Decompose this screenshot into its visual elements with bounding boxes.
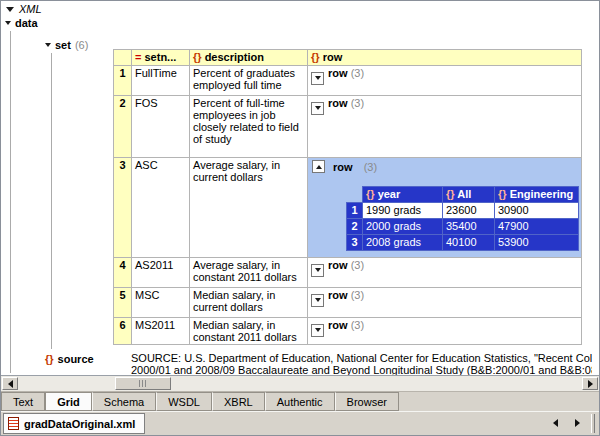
tree-indent-line xyxy=(51,53,52,349)
tab-schema[interactable]: Schema xyxy=(92,392,156,411)
year-column-header[interactable]: {} year xyxy=(363,187,443,203)
nested-row-number[interactable]: 2 xyxy=(347,219,363,235)
row-element-cell[interactable]: row (3) xyxy=(308,96,582,158)
all-cell[interactable]: 35400 xyxy=(443,219,495,235)
nested-row: 1 1990 grads 23600 30900 xyxy=(347,203,579,219)
collapse-arrow-icon[interactable] xyxy=(5,21,11,25)
setname-column-header[interactable]: = setn... xyxy=(132,50,190,66)
data-element-node[interactable]: data xyxy=(5,17,38,29)
year-cell[interactable]: 2008 grads xyxy=(363,235,443,251)
nested-row-number[interactable]: 1 xyxy=(347,203,363,219)
engineering-column-header[interactable]: {} Engineering xyxy=(495,187,579,203)
scroll-right-icon xyxy=(588,380,593,388)
setname-cell[interactable]: MSC xyxy=(132,288,190,318)
set-element-node[interactable]: set (6) xyxy=(45,39,88,51)
expanded-row-header[interactable]: row (3) xyxy=(311,159,578,173)
source-value-cell[interactable]: SOURCE: U.S. Department of Education, Na… xyxy=(131,352,592,375)
tab-bar-splitter[interactable] xyxy=(591,414,595,433)
tab-text[interactable]: Text xyxy=(1,392,45,411)
element-brace-icon: {} xyxy=(498,188,507,200)
engineering-cell[interactable]: 30900 xyxy=(495,203,579,219)
tab-xbrl[interactable]: XBRL xyxy=(212,392,265,411)
file-tab-scroll-right-button[interactable] xyxy=(571,416,583,430)
collapse-arrow-icon[interactable] xyxy=(45,43,51,47)
nested-row-selected: 3 2008 grads 40100 53900 xyxy=(347,235,579,251)
row-number-cell[interactable]: 5 xyxy=(114,288,132,318)
xml-prolog-row[interactable]: XML xyxy=(6,3,42,15)
description-cell[interactable]: Median salary, in constant 2011 dollars xyxy=(190,318,308,345)
scroll-right-icon xyxy=(575,419,580,427)
grid-row: 2 FOS Percent of full-time employees in … xyxy=(114,96,582,158)
nested-header-row: {} year {} All {} Engineering xyxy=(347,187,579,203)
scroll-right-button[interactable] xyxy=(582,377,598,390)
description-cell[interactable]: Median salary, in current dollars xyxy=(190,288,308,318)
row-element-cell-expanded[interactable]: row (3) {} year {} Al xyxy=(308,158,582,258)
file-tab-label: gradDataOriginal.xml xyxy=(24,418,135,430)
grid-row: 1 FullTime Percent of graduates employed… xyxy=(114,66,582,96)
row-number-cell[interactable]: 4 xyxy=(114,258,132,288)
row-number-cell[interactable]: 3 xyxy=(114,158,132,258)
source-element-label: source xyxy=(58,353,94,365)
grid-row: 4 AS2011 Average salary, in constant 201… xyxy=(114,258,582,288)
row-element-cell[interactable]: row (3) xyxy=(308,288,582,318)
scroll-left-icon xyxy=(8,380,13,388)
nested-table-container: {} year {} All {} Engineering xyxy=(346,186,579,251)
expand-row-icon[interactable] xyxy=(311,324,324,337)
setname-cell[interactable]: ASC xyxy=(132,158,190,258)
nested-row-selected: 2 2000 grads 35400 47900 xyxy=(347,219,579,235)
file-tab-graddataoriginal[interactable]: gradDataOriginal.xml xyxy=(3,413,145,434)
file-tab-scroll-left-button[interactable] xyxy=(549,416,561,430)
collapse-arrow-icon[interactable] xyxy=(6,7,14,12)
tab-grid[interactable]: Grid xyxy=(45,392,92,411)
expand-row-icon[interactable] xyxy=(311,294,324,307)
set-child-count: (6) xyxy=(75,39,88,51)
expand-row-icon[interactable] xyxy=(311,264,324,277)
row-element-cell[interactable]: row (3) xyxy=(308,66,582,96)
nested-corner-cell xyxy=(347,187,363,203)
setname-header-label: setn... xyxy=(145,51,177,63)
file-tab-bar: gradDataOriginal.xml xyxy=(1,411,599,435)
nested-row-number[interactable]: 3 xyxy=(347,235,363,251)
description-cell[interactable]: Average salary, in constant 2011 dollars xyxy=(190,258,308,288)
row-number-cell[interactable]: 6 xyxy=(114,318,132,345)
setname-cell[interactable]: MS2011 xyxy=(132,318,190,345)
year-cell[interactable]: 2000 grads xyxy=(363,219,443,235)
row-header-label: row xyxy=(323,51,343,63)
row-number-cell[interactable]: 2 xyxy=(114,96,132,158)
all-cell[interactable]: 40100 xyxy=(443,235,495,251)
scroll-left-icon xyxy=(553,419,558,427)
all-column-header[interactable]: {} All xyxy=(443,187,495,203)
tab-browser[interactable]: Browser xyxy=(335,392,399,411)
xml-prolog-label: XML xyxy=(19,3,42,15)
description-cell[interactable]: Average salary, in current dollars xyxy=(190,158,308,258)
grid-corner-header[interactable] xyxy=(114,50,132,66)
grid-row: 5 MSC Median salary, in current dollars … xyxy=(114,288,582,318)
expand-row-icon[interactable] xyxy=(311,102,324,115)
setname-cell[interactable]: FOS xyxy=(132,96,190,158)
description-cell[interactable]: Percent of full-time employees in job cl… xyxy=(190,96,308,158)
source-element-node[interactable]: {} source xyxy=(45,353,94,365)
collapse-row-icon[interactable] xyxy=(312,160,325,173)
all-cell[interactable]: 23600 xyxy=(443,203,495,219)
row-element-cell[interactable]: row (3) xyxy=(308,318,582,345)
element-brace-icon: {} xyxy=(311,51,320,63)
horizontal-scrollbar[interactable] xyxy=(1,375,599,392)
description-column-header[interactable]: {} description xyxy=(190,50,308,66)
tab-wsdl[interactable]: WSDL xyxy=(156,392,212,411)
setname-cell[interactable]: AS2011 xyxy=(132,258,190,288)
setname-cell[interactable]: FullTime xyxy=(132,66,190,96)
description-cell[interactable]: Percent of graduates employed full time xyxy=(190,66,308,96)
engineering-cell[interactable]: 53900 xyxy=(495,235,579,251)
expand-row-icon[interactable] xyxy=(311,72,324,85)
scroll-left-button[interactable] xyxy=(2,377,18,390)
year-cell[interactable]: 1990 grads xyxy=(363,203,443,219)
row-column-header[interactable]: {} row xyxy=(308,50,582,66)
tab-authentic[interactable]: Authentic xyxy=(265,392,335,411)
element-brace-icon: {} xyxy=(45,353,54,365)
scrollbar-thumb[interactable] xyxy=(115,377,171,390)
row-element-cell[interactable]: row (3) xyxy=(308,258,582,288)
row-number-cell[interactable]: 1 xyxy=(114,66,132,96)
engineering-cell[interactable]: 47900 xyxy=(495,219,579,235)
element-brace-icon: {} xyxy=(193,51,202,63)
data-element-label: data xyxy=(15,17,38,29)
